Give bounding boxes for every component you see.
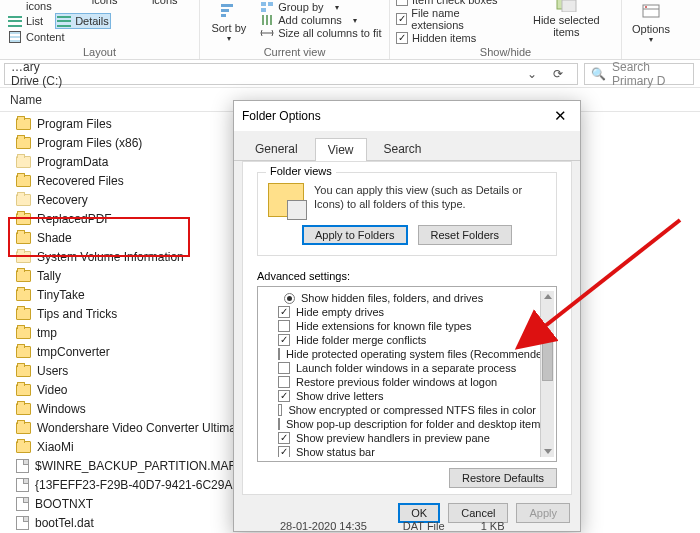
folder-views-icon xyxy=(268,183,304,217)
search-input[interactable]: 🔍 Search Primary D xyxy=(584,63,694,85)
advanced-setting-label: Show status bar xyxy=(296,446,375,457)
tab-search[interactable]: Search xyxy=(371,137,435,160)
list-item-label: System Volume Information xyxy=(37,250,184,264)
advanced-setting-label: Restore previous folder windows at logon xyxy=(296,376,497,388)
folder-icon xyxy=(16,270,31,282)
sort-by-button[interactable]: Sort by▾ xyxy=(207,1,250,43)
list-item-label: Users xyxy=(37,364,68,378)
folder-icon xyxy=(16,308,31,320)
checkbox-icon xyxy=(278,306,290,318)
list-item-label: Shade xyxy=(37,231,72,245)
list-item-label: Windows xyxy=(37,402,86,416)
list-item-label: Recovery xyxy=(37,193,88,207)
advanced-setting-item[interactable]: Show encrypted or compressed NTFS files … xyxy=(260,403,540,417)
svg-rect-6 xyxy=(262,15,264,25)
folder-options-dialog: Folder Options ✕ General View Search Fol… xyxy=(233,100,581,532)
folder-icon xyxy=(16,422,31,434)
size-all-columns-button[interactable]: Size all columns to fit xyxy=(260,27,381,39)
apply-button[interactable]: Apply xyxy=(516,503,570,523)
ribbon-group-label: Current view xyxy=(264,44,326,59)
svg-rect-8 xyxy=(270,15,272,25)
svg-rect-1 xyxy=(221,9,229,12)
folder-icon xyxy=(16,137,31,149)
checkbox-icon xyxy=(278,320,290,332)
checkbox-icon xyxy=(278,362,290,374)
advanced-setting-label: Hide empty drives xyxy=(296,306,384,318)
folder-icon xyxy=(16,403,31,415)
layout-details[interactable]: Details xyxy=(55,13,111,29)
advanced-setting-item[interactable]: Restore previous folder windows at logon xyxy=(260,375,540,389)
svg-rect-5 xyxy=(261,8,266,12)
advanced-setting-item[interactable]: Hide protected operating system files (R… xyxy=(260,347,540,361)
add-columns-button[interactable]: Add columns ▾ xyxy=(260,14,381,26)
item-check-boxes-toggle[interactable]: Item check boxes xyxy=(396,0,508,6)
radio-icon xyxy=(284,293,295,304)
advanced-setting-item[interactable]: Hide extensions for known file types xyxy=(260,319,540,333)
scrollbar-thumb[interactable] xyxy=(542,333,553,381)
layout-list[interactable]: List xyxy=(6,14,45,28)
checkbox-icon xyxy=(278,404,282,416)
close-icon[interactable]: ✕ xyxy=(548,104,572,128)
file-name-extensions-toggle[interactable]: File name extensions xyxy=(396,7,508,31)
list-item-label: tmpConverter xyxy=(37,345,110,359)
advanced-setting-label: Show preview handlers in preview pane xyxy=(296,432,490,444)
reset-folders-button[interactable]: Reset Folders xyxy=(418,225,512,245)
checkbox-icon xyxy=(278,348,280,360)
advanced-setting-label: Show pop-up description for folder and d… xyxy=(286,418,540,430)
advanced-setting-item[interactable]: Hide folder merge conflicts xyxy=(260,333,540,347)
svg-rect-10 xyxy=(562,0,576,12)
advanced-settings-list[interactable]: Show hidden files, folders, and drivesHi… xyxy=(257,286,557,462)
folder-icon xyxy=(16,213,31,225)
search-icon: 🔍 xyxy=(591,67,606,81)
svg-point-13 xyxy=(645,6,647,8)
advanced-setting-item[interactable]: Show pop-up description for folder and d… xyxy=(260,417,540,431)
folder-icon xyxy=(16,175,31,187)
scrollbar[interactable] xyxy=(540,291,554,457)
list-item-label: tmp xyxy=(37,326,57,340)
svg-rect-3 xyxy=(261,2,266,6)
advanced-setting-item[interactable]: Show preview handlers in preview pane xyxy=(260,431,540,445)
advanced-setting-item[interactable]: Hide empty drives xyxy=(260,305,540,319)
breadcrumb[interactable]: …ary Drive (C:) ⌄ ⟳ xyxy=(4,63,578,85)
dialog-titlebar[interactable]: Folder Options ✕ xyxy=(234,101,580,131)
refresh-icon[interactable]: ⟳ xyxy=(549,65,567,83)
tab-view[interactable]: View xyxy=(315,138,367,161)
breadcrumb-dropdown-icon[interactable]: ⌄ xyxy=(523,65,541,83)
layout-medium-icons[interactable]: Medium icons xyxy=(132,0,193,6)
tab-general[interactable]: General xyxy=(242,137,311,160)
checkbox-icon xyxy=(278,334,290,346)
list-item-label: Program Files xyxy=(37,117,112,131)
list-item-label: BOOTNXT xyxy=(35,497,93,511)
svg-rect-4 xyxy=(268,2,273,6)
restore-defaults-button[interactable]: Restore Defaults xyxy=(449,468,557,488)
list-item-label: Tips and Tricks xyxy=(37,307,117,321)
hide-selected-items-button[interactable]: Hide selected items xyxy=(518,0,615,38)
checkbox-icon xyxy=(278,418,280,430)
advanced-setting-label: Launch folder windows in a separate proc… xyxy=(296,362,516,374)
list-item-label: Wondershare Video Converter Ultimate xyxy=(37,421,246,435)
list-item-label: Video xyxy=(37,383,67,397)
layout-extra-large-icons[interactable]: Extra large icons xyxy=(6,0,62,12)
hidden-items-toggle[interactable]: Hidden items xyxy=(396,32,508,44)
list-item-label: TinyTake xyxy=(37,288,85,302)
breadcrumb-path: …ary Drive (C:) xyxy=(11,60,63,88)
ribbon-group-current-view: Sort by▾ Group by ▾ Add columns ▾ Size a… xyxy=(200,0,390,59)
file-icon xyxy=(16,478,29,492)
advanced-setting-label: Hide protected operating system files (R… xyxy=(286,348,540,360)
ribbon-group-options: Options▾ xyxy=(622,0,680,59)
list-item-label: bootTel.dat xyxy=(35,516,94,530)
advanced-setting-item[interactable]: Show drive letters xyxy=(260,389,540,403)
advanced-setting-item[interactable]: Show status bar xyxy=(260,445,540,457)
folder-icon xyxy=(16,156,31,168)
file-icon xyxy=(16,459,29,473)
ribbon-group-label: Layout xyxy=(83,44,116,59)
layout-content[interactable]: Content xyxy=(6,30,67,44)
advanced-setting-item[interactable]: Launch folder windows in a separate proc… xyxy=(260,361,540,375)
options-button[interactable]: Options▾ xyxy=(628,2,674,44)
layout-large-icons[interactable]: Large icons xyxy=(72,0,122,6)
ribbon: Extra large icons Large icons Medium ico… xyxy=(0,0,700,60)
advanced-setting-item[interactable]: Show hidden files, folders, and drives xyxy=(260,291,540,305)
dialog-title: Folder Options xyxy=(242,109,548,123)
apply-to-folders-button[interactable]: Apply to Folders xyxy=(302,225,407,245)
group-by-button[interactable]: Group by ▾ xyxy=(260,1,381,13)
